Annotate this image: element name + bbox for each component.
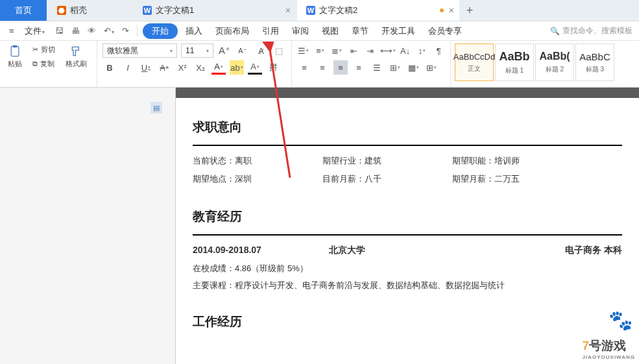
group-styles: AaBbCcDd正文 AaBb标题 1 AaBb(标题 2 AaBbC标题 3: [451, 41, 618, 87]
style-h1[interactable]: AaBb标题 1: [495, 43, 534, 81]
preview-icon[interactable]: 👁: [85, 24, 99, 38]
menu-start[interactable]: 开始: [143, 23, 178, 39]
field-salary-now: 目前月薪：八千: [322, 173, 426, 185]
paste-icon: [8, 45, 21, 58]
char-scale-button[interactable]: ⟷▾: [381, 43, 395, 58]
shading-button[interactable]: ▦▾: [406, 60, 420, 75]
distribute-button[interactable]: ☰: [370, 60, 384, 75]
style-h3[interactable]: AaBbC标题 3: [575, 43, 614, 81]
menu-dev[interactable]: 开发工具: [376, 23, 420, 39]
multilevel-button[interactable]: ≣▾: [331, 43, 344, 58]
title-tab-bar: 首页 ⬣ 稻壳 W 文字文稿1 × W 文字文稿2 × +: [0, 0, 639, 21]
underline-button[interactable]: U▾: [139, 60, 153, 75]
sort-button[interactable]: A↓: [399, 43, 412, 58]
font-grow-icon[interactable]: A⁺: [217, 43, 232, 58]
close-icon[interactable]: ×: [285, 5, 291, 16]
edu-courses: 主要课程：程序设计与开发、电子商务前沿与发展、数据结构基础、数据挖掘与统计: [193, 280, 622, 291]
edu-dates: 2014.09-2018.07: [193, 245, 329, 256]
ribbon-toolbar: 粘贴 ✂剪切 ⧉复制 格式刷 微软雅黑▾ 11▾ A⁺ A⁻ A̷ ⬚ B I …: [0, 41, 639, 88]
clear-format-icon[interactable]: A̷: [254, 43, 268, 58]
field-status: 当前状态：离职: [193, 155, 296, 167]
italic-button[interactable]: I: [121, 60, 135, 75]
workspace: ▤ 求职意向 当前状态：离职 期望行业：建筑 期望职能：培训师 期望地点：深圳 …: [0, 88, 639, 364]
superscript-button[interactable]: X²: [175, 60, 189, 75]
outline-tab-icon[interactable]: ▤: [151, 102, 162, 114]
menu-ref[interactable]: 引用: [257, 23, 284, 39]
undo-icon[interactable]: ↶▾: [101, 24, 117, 38]
cut-button[interactable]: ✂剪切: [30, 43, 58, 56]
menu-file[interactable]: 文件▾: [19, 23, 50, 39]
field-role: 期望职能：培训师: [452, 155, 556, 167]
numbering-button[interactable]: ≡▾: [314, 43, 327, 58]
document-content: 求职意向 当前状态：离职 期望行业：建筑 期望职能：培训师 期望地点：深圳 目前…: [176, 98, 639, 330]
brush-icon: [70, 45, 83, 58]
side-panel: ▤: [0, 88, 175, 364]
bullets-button[interactable]: ☰▾: [297, 43, 310, 58]
style-normal[interactable]: AaBbCcDd正文: [455, 43, 494, 81]
menu-vip[interactable]: 会员专享: [423, 23, 467, 39]
bold-button[interactable]: B: [102, 60, 117, 75]
align-justify-button[interactable]: ≡: [352, 60, 366, 75]
word-icon: W: [306, 6, 315, 15]
doke-icon: ⬣: [57, 6, 66, 15]
menu-review[interactable]: 审阅: [287, 23, 314, 39]
watermark-paw-icon: 🐾: [609, 309, 633, 332]
align-right-button[interactable]: ≡: [333, 60, 348, 75]
section-title: 求职意向: [193, 119, 622, 136]
menu-view[interactable]: 视图: [317, 23, 344, 39]
edu-header: 2014.09-2018.07 北京大学 电子商务 本科: [193, 245, 622, 256]
font-name-select[interactable]: 微软雅黑▾: [102, 43, 177, 58]
outdent-button[interactable]: ⇤: [347, 43, 360, 58]
tab-add[interactable]: +: [459, 0, 480, 21]
char-box-icon[interactable]: ⬚: [272, 43, 286, 58]
highlight-button[interactable]: ab▾: [230, 60, 244, 75]
menu-bar: ≡ 文件▾ 🖫 🖶 👁 ↶▾ ↷ 开始 插入 页面布局 引用 审阅 视图 章节 …: [0, 21, 639, 41]
separator: [137, 25, 138, 37]
appmenu-icon[interactable]: ≡: [6, 24, 17, 38]
tab-doc1[interactable]: W 文字文稿1 ×: [134, 0, 296, 21]
tab-label: 稻壳: [70, 5, 87, 16]
field-location: 期望地点：深圳: [193, 173, 296, 185]
tab-label: 文字文稿2: [319, 5, 357, 16]
search-box[interactable]: 🔍 查找命令、搜索模板: [550, 25, 633, 36]
close-icon[interactable]: ×: [449, 5, 454, 16]
document-pane[interactable]: 求职意向 当前状态：离职 期望行业：建筑 期望职能：培训师 期望地点：深圳 目前…: [175, 88, 639, 364]
pinyin-button[interactable]: 拼: [266, 60, 280, 75]
tab-doc2[interactable]: W 文字文稿2 ×: [297, 0, 459, 21]
align-left-button[interactable]: ≡: [297, 60, 311, 75]
paste-button[interactable]: 粘贴: [4, 43, 26, 70]
char-shade-button[interactable]: A▾: [248, 60, 262, 75]
menu-chapter[interactable]: 章节: [346, 23, 374, 39]
info-row: 当前状态：离职 期望行业：建筑 期望职能：培训师: [193, 155, 622, 167]
menu-insert[interactable]: 插入: [180, 23, 208, 39]
font-color-button[interactable]: A▾: [211, 60, 226, 75]
tab-home[interactable]: 首页: [0, 0, 47, 21]
copy-button[interactable]: ⧉复制: [30, 58, 58, 70]
svg-rect-0: [11, 47, 19, 56]
edu-school: 北京大学: [329, 245, 565, 256]
save-icon[interactable]: 🖫: [53, 24, 66, 38]
copy-icon: ⧉: [32, 60, 38, 68]
style-h2[interactable]: AaBb(标题 2: [535, 43, 574, 81]
info-row: 期望地点：深圳 目前月薪：八千 期望月薪：二万五: [193, 173, 622, 185]
strike-button[interactable]: A▾: [157, 60, 171, 75]
subscript-button[interactable]: X₂: [193, 60, 208, 75]
font-shrink-icon[interactable]: A⁻: [235, 43, 250, 58]
align-center-button[interactable]: ≡: [315, 60, 330, 75]
menu-layout[interactable]: 页面布局: [210, 23, 254, 39]
indent-button[interactable]: ⇥: [364, 43, 377, 58]
text-direction-button[interactable]: ⊞▾: [388, 60, 402, 75]
tab-doke[interactable]: ⬣ 稻壳: [48, 0, 132, 21]
border-button[interactable]: ⊞▾: [424, 60, 439, 75]
redo-icon[interactable]: ↷: [119, 24, 132, 38]
font-size-select[interactable]: 11▾: [181, 43, 213, 58]
group-paragraph: ☰▾ ≡▾ ≣▾ ⇤ ⇥ ⟷▾ A↓ ↕▾ ¶ ≡ ≡ ≡ ≡ ☰ ⊞▾ ▦▾ …: [292, 41, 451, 87]
word-icon: W: [143, 6, 152, 15]
print-icon[interactable]: 🖶: [69, 24, 82, 38]
line-spacing-button[interactable]: ↕▾: [416, 43, 429, 58]
format-brush-button[interactable]: 格式刷: [62, 43, 91, 70]
cut-icon: ✂: [32, 45, 38, 54]
edu-gpa: 在校成绩：4.86（班级前 5%）: [193, 263, 622, 274]
field-industry: 期望行业：建筑: [322, 155, 426, 167]
show-marks-button[interactable]: ¶: [432, 43, 445, 58]
